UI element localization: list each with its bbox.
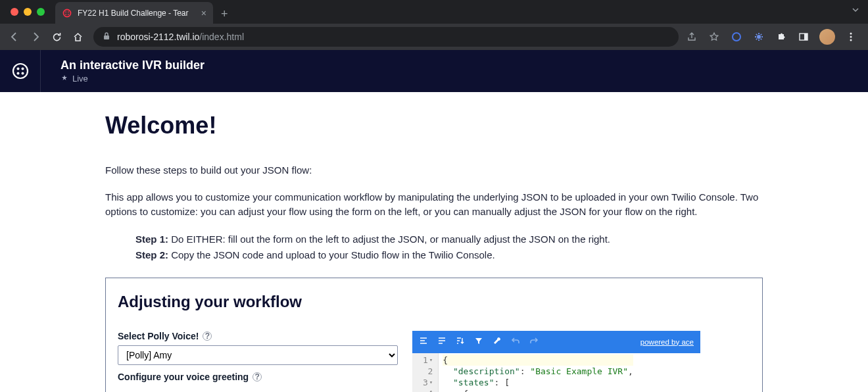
editor-code[interactable]: { "description": "Basic Example IVR", "s…: [439, 353, 637, 393]
svg-point-12: [850, 39, 852, 41]
page-content: Welcome! Follow these steps to build out…: [0, 92, 868, 392]
tab-title: FY22 H1 Build Challenge - Tear: [78, 9, 196, 18]
editor-repair-icon[interactable]: [493, 336, 502, 347]
form-column: Select Polly Voice! ? [Polly] Amy Config…: [118, 331, 398, 393]
svg-point-6: [733, 33, 740, 41]
svg-point-1: [65, 11, 66, 12]
app-title-block: An interactive IVR builder Live: [41, 59, 205, 84]
fold-icon[interactable]: ▾: [429, 377, 433, 388]
window-minimize-button[interactable]: [24, 8, 32, 16]
editor-credit-link[interactable]: powered by ace: [640, 338, 694, 346]
code-token: "description": [453, 366, 520, 376]
line-num: 1: [423, 355, 428, 366]
share-icon[interactable]: [685, 30, 698, 43]
svg-point-7: [757, 35, 761, 39]
app-status-text: Live: [72, 74, 88, 84]
step-1: Step 1: Do EITHER: fill out the form on …: [135, 232, 763, 247]
svg-point-14: [16, 68, 19, 70]
panel-title: Adjusting your workflow: [118, 293, 750, 311]
tabs-dropdown-icon[interactable]: [851, 5, 860, 17]
editor-body[interactable]: 1▾ 2 3▾ 4 { "description": "Basic Exampl…: [412, 353, 700, 393]
browser-tab[interactable]: FY22 H1 Build Challenge - Tear ×: [55, 2, 213, 24]
url-bar[interactable]: roborosi-2112.twil.io/index.html: [93, 27, 679, 47]
editor-tools: [419, 336, 539, 347]
editor-compact-icon[interactable]: [437, 336, 446, 347]
workflow-panel: Adjusting your workflow Select Polly Voi…: [105, 278, 763, 393]
reload-button[interactable]: [47, 28, 66, 46]
editor-sort-icon[interactable]: [456, 336, 465, 347]
line-num: 3: [423, 377, 428, 388]
help-icon[interactable]: ?: [203, 331, 212, 341]
tab-bar: FY22 H1 Build Challenge - Tear × +: [55, 0, 868, 24]
extension-puzzle-icon[interactable]: [775, 30, 788, 43]
home-button[interactable]: [68, 28, 87, 46]
editor-column: powered by ace 1▾ 2 3▾ 4 { "description"…: [412, 331, 700, 393]
back-button[interactable]: [5, 28, 24, 46]
panel-row: Select Polly Voice! ? [Polly] Amy Config…: [118, 331, 750, 393]
svg-point-0: [64, 9, 71, 16]
menu-dots-icon[interactable]: [844, 30, 857, 43]
profile-avatar[interactable]: [819, 29, 835, 45]
extension-gear-icon[interactable]: [752, 30, 765, 43]
bookmark-star-icon[interactable]: [708, 30, 721, 43]
svg-rect-5: [104, 36, 109, 39]
forward-button[interactable]: [26, 28, 45, 46]
window-maximize-button[interactable]: [37, 8, 45, 16]
tab-close-icon[interactable]: ×: [201, 8, 206, 18]
step-1-text: Do EITHER: fill out the form on the left…: [168, 233, 610, 245]
line-num: 4: [427, 388, 433, 393]
editor-redo-icon[interactable]: [529, 336, 539, 347]
app-header: An interactive IVR builder Live: [0, 50, 868, 92]
help-icon[interactable]: ?: [253, 372, 262, 381]
editor-filter-icon[interactable]: [474, 336, 483, 347]
svg-point-10: [850, 33, 852, 35]
welcome-heading: Welcome!: [105, 112, 763, 139]
extension-circle-icon[interactable]: [730, 30, 743, 43]
svg-point-13: [13, 64, 28, 78]
greeting-label-text: Configure your voice greeting: [118, 372, 249, 382]
voice-select[interactable]: [Polly] Amy: [118, 345, 398, 365]
new-tab-button[interactable]: +: [213, 4, 236, 24]
svg-point-16: [16, 72, 19, 75]
app-logo-icon[interactable]: [0, 50, 41, 92]
greeting-field-label: Configure your voice greeting ?: [118, 372, 398, 382]
browser-chrome: FY22 H1 Build Challenge - Tear × + robor…: [0, 0, 868, 50]
live-icon: [60, 74, 68, 84]
editor-undo-icon[interactable]: [511, 336, 520, 347]
step-2-label: Step 2:: [135, 249, 168, 260]
lock-icon: [103, 32, 110, 43]
editor-toolbar: powered by ace: [412, 331, 700, 353]
browser-toolbar: roborosi-2112.twil.io/index.html: [0, 24, 868, 50]
voice-field-label: Select Polly Voice! ?: [118, 331, 398, 341]
svg-point-15: [21, 68, 24, 70]
tab-favicon-icon: [62, 8, 72, 18]
step-2: Step 2: Copy the JSON code and upload to…: [135, 247, 763, 263]
intro-line-1: Follow these steps to build out your JSO…: [105, 163, 763, 178]
window-close-button[interactable]: [11, 8, 18, 16]
app-status: Live: [60, 74, 205, 84]
code-token: "Basic Example IVR": [530, 366, 628, 376]
editor-gutter: 1▾ 2 3▾ 4: [412, 353, 439, 393]
svg-point-11: [850, 36, 852, 38]
code-token: "states": [453, 378, 494, 387]
steps-list: Step 1: Do EITHER: fill out the form on …: [105, 232, 763, 263]
line-num: 2: [427, 366, 433, 377]
svg-point-17: [21, 72, 24, 75]
url-text: roborosi-2112.twil.io/index.html: [117, 32, 244, 42]
editor-format-icon[interactable]: [419, 336, 428, 347]
svg-point-4: [68, 13, 69, 14]
sidepanel-icon[interactable]: [797, 30, 810, 43]
fold-icon[interactable]: ▾: [429, 355, 433, 366]
step-2-text: Copy the JSON code and upload to your St…: [168, 249, 495, 260]
svg-rect-9: [804, 34, 808, 40]
toolbar-actions: [685, 29, 863, 45]
svg-point-3: [65, 13, 66, 14]
step-1-label: Step 1:: [135, 233, 168, 245]
voice-label-text: Select Polly Voice!: [118, 331, 199, 341]
svg-point-2: [68, 11, 69, 12]
intro-line-2: This app allows you to customize your co…: [105, 190, 763, 220]
app-title: An interactive IVR builder: [60, 59, 205, 72]
code-token: {: [443, 355, 448, 365]
